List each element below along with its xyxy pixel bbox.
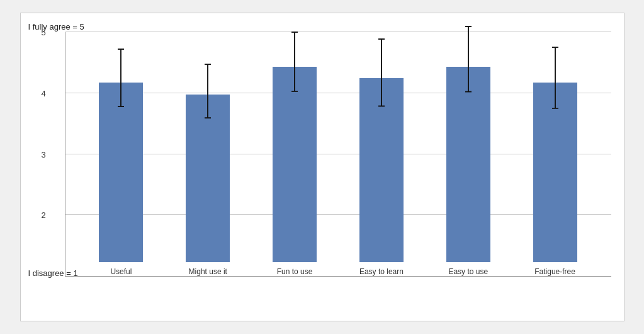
bar-label: Fun to use bbox=[277, 267, 313, 276]
error-bar-svg bbox=[551, 47, 560, 110]
y-axis-label-top: I fully agree = 5 bbox=[28, 22, 84, 32]
bar-group: Easy to learn bbox=[338, 78, 425, 276]
bar-group: Fatigue-free bbox=[512, 83, 599, 276]
y-tick-label: 2 bbox=[42, 210, 46, 220]
bar-label: Fatigue-free bbox=[534, 267, 575, 276]
bar-group: Useful bbox=[78, 83, 165, 276]
error-bar-svg bbox=[116, 49, 125, 108]
error-bar-svg bbox=[464, 26, 473, 93]
bar-with-error bbox=[186, 95, 230, 262]
bar-group: Fun to use bbox=[251, 67, 338, 276]
bar-label: Might use it bbox=[189, 267, 227, 276]
chart-container: I fully agree = 5 I disagree = 1 2345 Us… bbox=[20, 13, 624, 321]
bar-with-error bbox=[533, 83, 577, 262]
bar-label: Useful bbox=[110, 267, 132, 276]
error-bar-svg bbox=[203, 64, 212, 119]
error-bar-svg bbox=[377, 39, 386, 107]
error-bar-svg bbox=[290, 32, 299, 93]
y-tick-label: 5 bbox=[42, 28, 46, 37]
bar bbox=[446, 67, 490, 262]
bar-group: Easy to use bbox=[425, 67, 512, 276]
chart-area: 2345 UsefulMight use itFun to useEasy to… bbox=[65, 32, 611, 277]
bar-group: Might use it bbox=[164, 95, 251, 276]
bar-label: Easy to learn bbox=[359, 267, 404, 276]
bar-with-error bbox=[446, 67, 490, 262]
bar bbox=[273, 67, 317, 262]
y-tick-label: 3 bbox=[42, 149, 46, 159]
bar-with-error bbox=[273, 67, 317, 262]
bar bbox=[99, 83, 143, 262]
bar-label: Easy to use bbox=[448, 267, 488, 276]
bar-with-error bbox=[99, 83, 143, 262]
bar bbox=[186, 95, 230, 262]
bars-wrapper: UsefulMight use itFun to useEasy to lear… bbox=[65, 32, 611, 276]
y-tick-label: 4 bbox=[42, 88, 46, 98]
bar-with-error bbox=[359, 78, 404, 262]
